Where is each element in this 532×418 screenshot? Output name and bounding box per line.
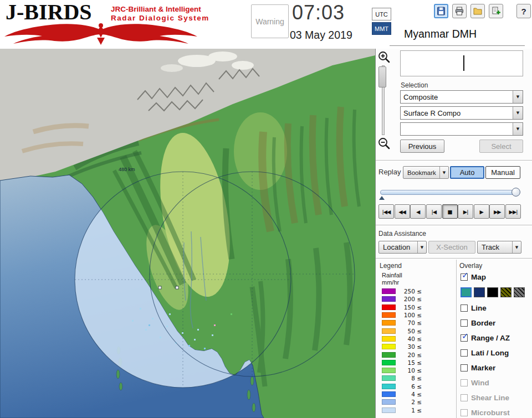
surface-combobox[interactable]: Surface R Compo: [400, 106, 523, 120]
legend-row: 20 ≤: [382, 350, 422, 358]
map-style-swatch[interactable]: [461, 287, 472, 297]
chevron-down-icon[interactable]: [417, 241, 426, 253]
wind-checkbox[interactable]: [461, 379, 468, 386]
empty-combobox[interactable]: [400, 122, 523, 136]
chevron-down-icon[interactable]: [513, 123, 523, 135]
replay-manual-button[interactable]: Manual: [485, 166, 520, 179]
location-label: Location: [383, 243, 410, 251]
playback-rewind-button[interactable]: ◀◀: [395, 204, 410, 219]
map-checkbox[interactable]: [461, 273, 468, 281]
legend-swatch: [382, 391, 396, 397]
overlay-item-line[interactable]: Line: [461, 302, 525, 313]
legend-swatch: [382, 375, 396, 381]
playback-step-backward-button[interactable]: |◀: [426, 204, 442, 219]
map-style-swatch[interactable]: [474, 287, 485, 297]
overlay-item-lati-long[interactable]: Lati / Long: [461, 347, 525, 358]
select-button[interactable]: Select: [479, 140, 523, 153]
legend-row: 15 ≤: [382, 359, 422, 367]
command-input[interactable]: [400, 50, 523, 76]
zoom-in-button[interactable]: [377, 50, 391, 64]
location-button[interactable]: Location: [378, 241, 427, 254]
export-button[interactable]: [489, 4, 503, 18]
chevron-down-icon[interactable]: [512, 241, 521, 253]
overlay-item-microburst[interactable]: Microburst: [461, 407, 525, 418]
legend-row: 4 ≤: [382, 390, 422, 398]
x-section-button[interactable]: X-Section: [428, 241, 475, 254]
map-style-swatch[interactable]: [500, 287, 511, 297]
divider: [376, 258, 532, 259]
header-divider: [390, 45, 525, 47]
legend-swatch: [382, 320, 396, 326]
divider: [376, 225, 532, 226]
playback-fast-forward-button[interactable]: ▶▶: [489, 204, 505, 219]
replay-slider-handle[interactable]: [511, 188, 520, 197]
save-button[interactable]: [434, 4, 448, 18]
map-style-swatch[interactable]: [487, 287, 498, 297]
playback-jump-last-button[interactable]: ▶▶|: [505, 204, 521, 219]
playback-stop-button[interactable]: ■: [442, 204, 458, 219]
overlay-item-map[interactable]: Map: [461, 271, 525, 282]
magnifier-minus-icon: [377, 137, 391, 150]
overlay-item-border[interactable]: Border: [461, 317, 525, 328]
playback-play-forward-button[interactable]: ▶: [474, 204, 489, 219]
warning-indicator[interactable]: Warning: [251, 4, 289, 38]
legend-overlay-divider: [456, 260, 457, 418]
legend-row: 8 ≤: [382, 374, 422, 382]
lati-long-checkbox[interactable]: [461, 349, 468, 357]
zoom-out-button[interactable]: [377, 137, 391, 150]
playback-step-forward-button[interactable]: ▶|: [458, 204, 473, 219]
legend-row: 1 ≤: [382, 406, 422, 414]
marker-checkbox[interactable]: [461, 364, 468, 371]
border-checkbox[interactable]: [461, 319, 468, 327]
shear-line-checkbox[interactable]: [461, 394, 468, 401]
composite-combobox[interactable]: Composite: [400, 90, 523, 104]
bookmark-button[interactable]: Bookmark: [403, 166, 449, 179]
legend-swatch: [382, 352, 396, 358]
overlay-item-marker[interactable]: Marker: [461, 362, 525, 373]
replay-slider-track[interactable]: [380, 190, 517, 195]
bookmark-label: Bookmark: [407, 169, 436, 176]
legend-unit-2: mm/hr: [382, 279, 399, 286]
track-button[interactable]: Track: [477, 241, 521, 254]
legend-unit-1: Rainfall: [382, 272, 402, 278]
timezone-utc-button[interactable]: UTC: [372, 8, 391, 20]
legend-swatch: [382, 288, 396, 294]
previous-button[interactable]: Previous: [400, 140, 444, 153]
open-folder-button[interactable]: [470, 4, 485, 18]
legend-row: 30 ≤: [382, 343, 422, 350]
app-logo-subtitle-1: JRC-Brilliant & Intelligent: [111, 5, 201, 14]
legend-swatch: [382, 312, 396, 318]
composite-value: Composite: [401, 91, 513, 103]
chevron-down-icon[interactable]: [513, 91, 523, 103]
overlay-item-shear-line[interactable]: Shear Line: [461, 392, 525, 403]
chevron-down-icon[interactable]: [513, 107, 523, 119]
microburst-checkbox[interactable]: [461, 409, 468, 416]
replay-auto-button[interactable]: Auto: [450, 166, 484, 179]
print-button[interactable]: [452, 4, 467, 18]
playback-jump-first-button[interactable]: |◀◀: [378, 204, 394, 219]
range-label: 480 km: [119, 167, 135, 172]
map-style-swatch[interactable]: [514, 287, 525, 297]
help-button[interactable]: ?: [516, 4, 531, 18]
replay-label: Replay: [378, 168, 401, 176]
legend-swatch: [382, 296, 396, 302]
legend-swatch: [382, 344, 396, 349]
overlay-item-range-az[interactable]: Range / AZ: [461, 332, 525, 343]
chevron-down-icon[interactable]: [439, 167, 448, 178]
folder-icon: [473, 6, 483, 16]
legend-row: 50 ≤: [382, 327, 422, 334]
legend-swatch: [382, 336, 396, 342]
clock-time: 07:03: [292, 1, 345, 24]
map-viewport[interactable]: 480 km: [0, 49, 375, 418]
line-checkbox[interactable]: [461, 305, 468, 312]
range-az-checkbox[interactable]: [461, 334, 468, 342]
legend-row: 200 ≤: [382, 295, 422, 303]
document-plus-icon: [491, 6, 501, 16]
overlay-item-wind[interactable]: Wind: [461, 377, 525, 388]
zoom-slider-thumb[interactable]: [378, 66, 386, 87]
clock-date: 03 May 2019: [290, 29, 352, 42]
overlay-options: Map Line Border Range / AZ: [461, 271, 525, 418]
legend-row: 100 ≤: [382, 311, 422, 319]
timezone-mmt-button[interactable]: MMT: [372, 22, 391, 35]
playback-play-backward-button[interactable]: ◀: [410, 204, 426, 219]
